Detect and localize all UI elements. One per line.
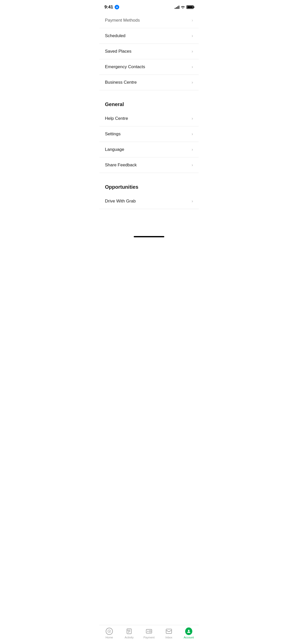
general-section-title: General [105,101,124,107]
emergency-contacts-item[interactable]: Emergency Contacts › [99,59,199,75]
spacer-opportunities [99,173,199,177]
share-feedback-item[interactable]: Share Feedback › [99,157,199,173]
battery-icon [186,5,194,9]
drive-with-grab-item[interactable]: Drive With Grab › [99,194,199,209]
status-icons [175,5,194,9]
share-feedback-chevron: › [192,163,193,168]
general-section-list: Help Centre › Settings › Language › Shar… [99,111,199,173]
saved-places-item[interactable]: Saved Places › [99,44,199,59]
home-indicator [134,236,164,237]
drive-with-grab-chevron: › [192,199,193,204]
business-centre-chevron: › [192,80,193,85]
signal-icon [175,5,179,9]
location-icon: ➤ [115,5,119,9]
emergency-contacts-chevron: › [192,64,193,69]
status-bar: 9:41 ➤ [99,0,199,13]
business-centre-item[interactable]: Business Centre › [99,75,199,90]
general-section-header: General [99,94,199,111]
settings-chevron: › [192,131,193,137]
opportunities-section-list: Drive With Grab › [99,194,199,209]
help-centre-item[interactable]: Help Centre › [99,111,199,126]
top-section-list: Scheduled › Saved Places › Emergency Con… [99,28,199,90]
saved-places-chevron: › [192,49,193,54]
scheduled-item[interactable]: Scheduled › [99,28,199,44]
payment-methods-label: Payment Methods [105,18,140,23]
payment-methods-item[interactable]: Payment Methods › [99,13,199,28]
opportunities-section-title: Opportunities [105,184,138,190]
payment-methods-chevron: › [192,18,193,23]
help-centre-chevron: › [192,116,193,121]
language-chevron: › [192,147,193,152]
wifi-icon [181,5,185,9]
opportunities-section-header: Opportunities [99,177,199,194]
scheduled-chevron: › [192,33,193,38]
status-time: 9:41 ➤ [104,5,119,10]
settings-item[interactable]: Settings › [99,126,199,142]
language-item[interactable]: Language › [99,142,199,157]
spacer-general [99,90,199,94]
